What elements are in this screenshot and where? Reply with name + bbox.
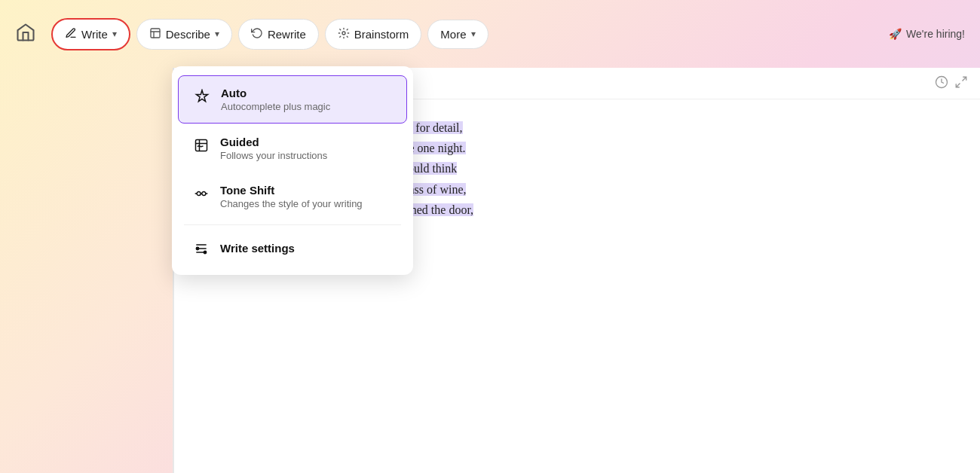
rewrite-icon bbox=[251, 27, 263, 41]
brainstorm-label: Brainstorm bbox=[354, 28, 409, 41]
tone-shift-title: Tone Shift bbox=[220, 184, 363, 197]
svg-point-10 bbox=[196, 247, 198, 249]
describe-icon bbox=[149, 27, 161, 41]
toolbar-actions bbox=[935, 75, 968, 91]
describe-label: Describe bbox=[166, 28, 210, 41]
svg-line-4 bbox=[956, 84, 960, 87]
dropdown-item-tone-shift[interactable]: Tone Shift Changes the style of your wri… bbox=[178, 173, 407, 220]
dropdown-item-auto[interactable]: Auto Autocomplete plus magic bbox=[178, 75, 407, 124]
guided-subtitle: Follows your instructions bbox=[220, 150, 327, 161]
describe-button[interactable]: Describe ▾ bbox=[136, 19, 232, 50]
more-label: More bbox=[440, 28, 466, 41]
brainstorm-button[interactable]: Brainstorm bbox=[325, 19, 422, 50]
left-sidebar bbox=[0, 68, 173, 473]
write-dropdown-menu: Auto Autocomplete plus magic Guided Foll… bbox=[172, 66, 413, 275]
history-icon[interactable] bbox=[935, 75, 948, 91]
expand-icon[interactable] bbox=[954, 75, 968, 91]
rewrite-label: Rewrite bbox=[268, 28, 306, 41]
auto-sparkle-icon bbox=[194, 88, 210, 105]
tone-shift-icon bbox=[193, 185, 210, 202]
more-button[interactable]: More ▾ bbox=[427, 20, 488, 49]
describe-chevron-icon: ▾ bbox=[215, 29, 219, 39]
svg-line-3 bbox=[963, 77, 966, 81]
svg-point-6 bbox=[202, 192, 206, 196]
auto-text-wrap: Auto Autocomplete plus magic bbox=[221, 87, 330, 112]
more-chevron-icon: ▾ bbox=[471, 29, 476, 39]
dropdown-item-guided[interactable]: Guided Follows your instructions bbox=[178, 125, 407, 172]
dropdown-divider bbox=[184, 224, 401, 225]
svg-point-11 bbox=[204, 251, 206, 253]
hiring-text: We're hiring! bbox=[906, 28, 965, 40]
svg-point-5 bbox=[197, 192, 201, 196]
top-nav: Write ▾ Describe ▾ Rewrite bbox=[0, 0, 980, 68]
write-button[interactable]: Write ▾ bbox=[51, 18, 130, 50]
rocket-icon: 🚀 bbox=[889, 28, 902, 40]
guided-title: Guided bbox=[220, 136, 327, 148]
guided-icon bbox=[193, 137, 210, 154]
rewrite-button[interactable]: Rewrite bbox=[238, 19, 319, 50]
home-button[interactable] bbox=[15, 22, 36, 46]
write-label: Write bbox=[81, 28, 108, 41]
settings-label: Write settings bbox=[220, 242, 295, 255]
svg-rect-0 bbox=[151, 29, 160, 38]
auto-title: Auto bbox=[221, 87, 330, 99]
write-icon bbox=[65, 27, 77, 41]
svg-point-1 bbox=[342, 32, 345, 35]
brainstorm-icon bbox=[338, 27, 350, 41]
auto-subtitle: Autocomplete plus magic bbox=[221, 101, 330, 112]
hiring-badge[interactable]: 🚀 We're hiring! bbox=[889, 28, 965, 40]
settings-icon bbox=[193, 240, 210, 257]
dropdown-item-settings[interactable]: Write settings bbox=[178, 230, 407, 266]
guided-text-wrap: Guided Follows your instructions bbox=[220, 136, 327, 161]
tone-shift-subtitle: Changes the style of your writing bbox=[220, 198, 363, 209]
write-chevron-icon: ▾ bbox=[112, 29, 117, 39]
tone-shift-text-wrap: Tone Shift Changes the style of your wri… bbox=[220, 184, 363, 209]
